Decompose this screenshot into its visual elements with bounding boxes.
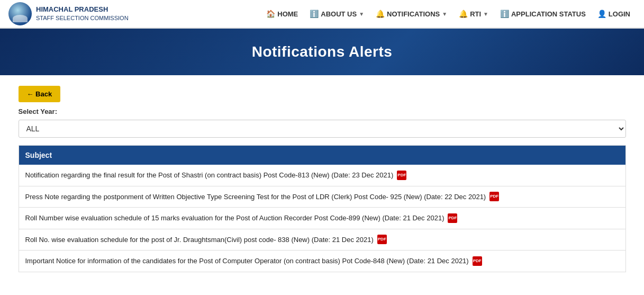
appstatus-icon: ℹ️ [500,10,509,18]
pdf-icon[interactable]: PDF [448,213,457,223]
pdf-icon[interactable]: PDF [377,235,387,244]
pdf-icon[interactable]: PDF [397,171,406,180]
nav-items: 🏠 HOME ℹ️ ABOUT US ▼ 🔔 NOTIFICATIONS ▼ 🔔… [141,6,636,21]
notification-cell: Roll No. wise evaluation schedule for th… [19,229,625,251]
hero-banner: Notifications Alerts [0,29,644,75]
table-row[interactable]: Notification regarding the final result … [19,165,625,186]
navbar: HIMACHAL PRADESH STAFF SELECTION COMMISS… [0,0,644,29]
notification-text: Roll No. wise evaluation schedule for th… [25,235,374,245]
notification-cell: Press Note regarding the postponment of … [19,186,625,208]
info-icon: ℹ️ [310,10,319,18]
notification-text: Notification regarding the final result … [25,170,394,181]
nav-rti-label: RTI [470,10,481,18]
logo-text: HIMACHAL PRADESH STAFF SELECTION COMMISS… [36,5,129,22]
nav-home[interactable]: 🏠 HOME [261,6,303,21]
year-select[interactable]: ALL2021202020192018 [19,120,626,138]
nav-rti[interactable]: 🔔 RTI ▼ [453,6,494,21]
nav-home-label: HOME [277,10,298,18]
nav-appstatus-label: APPLICATION STATUS [511,10,586,18]
home-icon: 🏠 [266,10,275,18]
select-year-label: Select Year: [19,108,626,115]
rti-bell-icon: 🔔 [459,10,468,18]
notification-cell: Notification regarding the final result … [19,165,625,186]
back-button[interactable]: ← Back [19,86,61,102]
row-content: Roll No. wise evaluation schedule for th… [25,235,619,245]
row-content: Important Notice for information of the … [25,256,619,266]
logo-subtitle: STAFF SELECTION COMMISSION [36,14,129,22]
nav-about[interactable]: ℹ️ ABOUT US ▼ [304,6,369,21]
nav-about-label: ABOUT US [321,10,357,18]
logo-area: HIMACHAL PRADESH STAFF SELECTION COMMISS… [8,2,129,25]
table-row[interactable]: Press Note regarding the postponment of … [19,186,625,208]
row-content: Notification regarding the final result … [25,170,619,181]
notifications-table: Subject Notification regarding the final… [19,145,626,272]
table-row[interactable]: Important Notice for information of the … [19,251,625,272]
nav-notifications-label: NOTIFICATIONS [387,10,440,18]
main-content: ← Back Select Year: ALL2021202020192018 … [10,75,634,281]
bell-icon: 🔔 [376,10,385,18]
nav-notifications[interactable]: 🔔 NOTIFICATIONS ▼ [370,6,452,21]
notification-cell: Important Notice for information of the … [19,251,625,272]
table-row[interactable]: Roll No. wise evaluation schedule for th… [19,229,625,251]
row-content: Press Note regarding the postponment of … [25,192,619,202]
row-content: Roll Number wise evaluation schedule of … [25,213,619,224]
rti-dropdown-arrow: ▼ [483,11,488,17]
table-row[interactable]: Roll Number wise evaluation schedule of … [19,208,625,229]
subject-column-header: Subject [19,146,625,165]
pdf-icon[interactable]: PDF [473,256,482,266]
notification-text: Press Note regarding the postponment of … [25,192,486,202]
nav-appstatus[interactable]: ℹ️ APPLICATION STATUS [495,6,591,21]
notification-text: Important Notice for information of the … [25,256,469,266]
nav-login-label: LOGIN [609,10,630,18]
nav-login[interactable]: 👤 LOGIN [592,6,636,21]
pdf-icon[interactable]: PDF [489,192,499,201]
user-icon: 👤 [597,10,606,18]
notification-cell: Roll Number wise evaluation schedule of … [19,208,625,229]
logo-icon [8,2,32,25]
logo-title: HIMACHAL PRADESH [36,5,129,14]
about-dropdown-arrow: ▼ [359,11,364,17]
notifications-dropdown-arrow: ▼ [442,11,447,17]
page-title: Notifications Alerts [8,43,636,60]
notification-text: Roll Number wise evaluation schedule of … [25,213,445,224]
